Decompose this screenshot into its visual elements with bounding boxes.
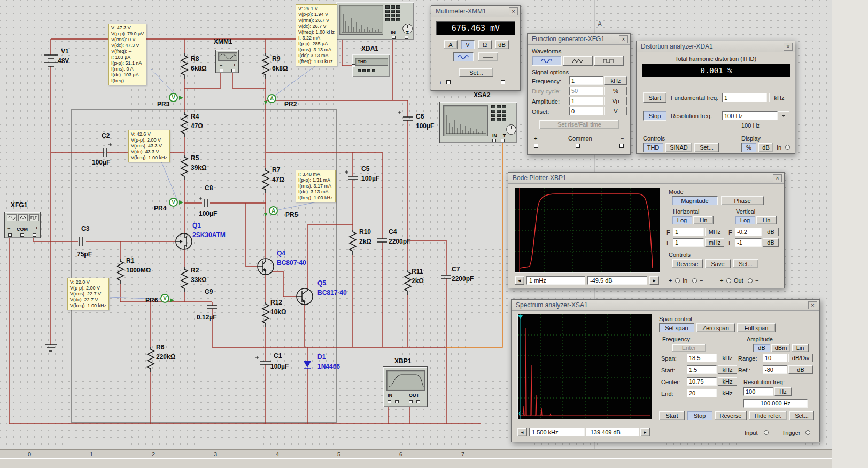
close-icon[interactable]: × bbox=[509, 7, 518, 15]
bode-titlebar[interactable]: Bode Plotter-XBP1 × bbox=[508, 173, 784, 184]
out-minus-terminal[interactable] bbox=[416, 400, 420, 403]
component-ref-C9[interactable]: C9 bbox=[205, 288, 213, 295]
bp-reverse-button[interactable]: Reverse bbox=[672, 259, 703, 268]
in-plus-terminal[interactable] bbox=[675, 278, 680, 283]
component-ref-R1[interactable]: R1 bbox=[126, 258, 134, 264]
current-probe-pr2[interactable]: A bbox=[267, 94, 276, 103]
bp-hi-input[interactable]: 1 bbox=[673, 238, 704, 247]
mm-db-button[interactable]: dB bbox=[495, 40, 509, 49]
mm-ohm-button[interactable]: Ω bbox=[478, 40, 492, 49]
ground-symbol[interactable] bbox=[45, 345, 57, 351]
component-val-R9[interactable]: 6k8Ω bbox=[272, 65, 288, 72]
da-set-button[interactable]: Set... bbox=[694, 143, 719, 152]
voltage-probe-pr3[interactable]: V bbox=[169, 93, 178, 102]
component-ref-D1[interactable]: D1 bbox=[317, 354, 326, 360]
resistor-symbol-R5[interactable] bbox=[181, 155, 188, 180]
component-val-R2[interactable]: 33kΩ bbox=[191, 277, 207, 283]
bp-cursor-left-button[interactable]: ◄ bbox=[515, 276, 524, 285]
component-ref-R5[interactable]: R5 bbox=[191, 155, 199, 161]
component-ref-R9[interactable]: R9 bbox=[272, 56, 280, 62]
mm-volt-button[interactable]: V bbox=[461, 40, 475, 49]
component-val-C9[interactable]: 0.12µF bbox=[197, 314, 217, 321]
minus-terminal[interactable] bbox=[8, 233, 12, 237]
mm-ac-button[interactable] bbox=[453, 52, 474, 61]
sa-reverse-button[interactable]: Reverse bbox=[715, 411, 747, 420]
component-val-R10[interactable]: 2kΩ bbox=[359, 238, 371, 245]
in-terminal[interactable] bbox=[392, 36, 396, 39]
span-input[interactable]: 18.5 bbox=[687, 354, 717, 362]
component-ref-R6[interactable]: R6 bbox=[156, 344, 164, 350]
fg-triangle-button[interactable] bbox=[563, 56, 593, 66]
ref-input[interactable]: -80 bbox=[763, 365, 787, 374]
function-generator-icon-xfg1[interactable]: − COM + bbox=[4, 212, 41, 238]
component-ref-R8[interactable]: R8 bbox=[191, 56, 199, 62]
component-ref-R4[interactable]: R4 bbox=[191, 113, 199, 120]
bode-plotter-window[interactable]: Bode Plotter-XBP1 × Mode Magnitude Phase… bbox=[508, 172, 785, 288]
resistor-symbol-R7[interactable] bbox=[262, 168, 269, 193]
close-icon[interactable]: × bbox=[773, 174, 782, 182]
component-ref-Q4[interactable]: Q4 bbox=[277, 250, 285, 256]
component-val-Q5[interactable]: BC817-40 bbox=[317, 290, 347, 296]
plus-terminal[interactable] bbox=[231, 69, 235, 72]
bp-phase-button[interactable]: Phase bbox=[721, 196, 764, 205]
function-generator-window[interactable]: Function generator-XFG1 × Waveforms Sign… bbox=[527, 33, 631, 155]
spectrum-analyzer-icon-xsa2[interactable]: IN T bbox=[439, 102, 517, 143]
component-val-R11[interactable]: 2kΩ bbox=[412, 278, 424, 284]
bp-hf-input[interactable]: 1 bbox=[673, 228, 704, 236]
da-stop-button[interactable]: Stop bbox=[643, 111, 666, 121]
sa-cursor-right-button[interactable]: ► bbox=[640, 428, 650, 436]
component-val-R7[interactable]: 47Ω bbox=[272, 176, 284, 183]
component-ref-C7[interactable]: C7 bbox=[452, 266, 460, 272]
close-icon[interactable]: × bbox=[619, 35, 628, 43]
offset-input[interactable]: 0 bbox=[569, 107, 603, 115]
out-plus-terminal[interactable] bbox=[726, 278, 731, 283]
multimeter-titlebar[interactable]: Multimeter-XMM1 × bbox=[431, 6, 520, 17]
mm-set-button[interactable]: Set... bbox=[459, 68, 493, 77]
component-ref-C8[interactable]: C8 bbox=[205, 185, 213, 191]
frequency-input[interactable]: 1 bbox=[569, 76, 603, 85]
diode-symbol-D1[interactable] bbox=[304, 361, 311, 369]
component-val-C2[interactable]: 100µF bbox=[92, 159, 110, 166]
component-ref-R2[interactable]: R2 bbox=[191, 267, 199, 274]
sa-set-span-button[interactable]: Set span bbox=[659, 323, 694, 332]
component-ref-R11[interactable]: R11 bbox=[412, 268, 423, 275]
sa-set-button[interactable]: Set... bbox=[789, 411, 814, 420]
mm-ampere-button[interactable]: A bbox=[444, 40, 458, 49]
sa-dbm-button[interactable]: dBm bbox=[771, 344, 790, 352]
minus-terminal[interactable] bbox=[220, 69, 223, 72]
resistor-symbol-R4[interactable] bbox=[181, 112, 188, 137]
amplitude-input[interactable]: 1 bbox=[569, 97, 603, 105]
plus-terminal[interactable] bbox=[446, 80, 451, 84]
icon-label-xsa2[interactable]: XSA2 bbox=[474, 92, 490, 98]
sa-full-span-button[interactable]: Full span bbox=[737, 323, 776, 332]
component-ref-C4[interactable]: C4 bbox=[389, 229, 397, 235]
resolution-freq-combobox[interactable]: 100 Hz bbox=[722, 111, 778, 120]
resistor-symbol-R10[interactable] bbox=[350, 230, 356, 255]
bp-set-button[interactable]: Set... bbox=[733, 259, 758, 268]
sa-zero-span-button[interactable]: Zero span bbox=[696, 323, 735, 332]
icon-label-xmm1[interactable]: XMM1 bbox=[214, 38, 232, 45]
da-sinad-button[interactable]: SINAD bbox=[665, 143, 692, 152]
component-val-R4[interactable]: 47Ω bbox=[191, 123, 203, 129]
spectrum-analyzer-icon-top[interactable]: IN T bbox=[336, 2, 414, 40]
com-terminal[interactable] bbox=[20, 233, 24, 237]
bp-horizontal-log-button[interactable]: Log bbox=[672, 216, 692, 224]
close-icon[interactable]: × bbox=[784, 43, 793, 51]
plus-terminal[interactable] bbox=[534, 144, 538, 148]
component-val-C5[interactable]: 100µF bbox=[361, 175, 379, 182]
resistor-symbol-R6[interactable] bbox=[148, 347, 154, 372]
component-ref-C2[interactable]: C2 bbox=[102, 132, 110, 139]
in-minus-terminal[interactable] bbox=[395, 400, 399, 403]
battery-symbol-V1[interactable] bbox=[44, 55, 58, 66]
component-val-V1[interactable]: 48V bbox=[58, 58, 69, 64]
in-terminal[interactable] bbox=[492, 139, 496, 142]
sa-stop-button[interactable]: Stop bbox=[687, 411, 712, 420]
component-ref-C1[interactable]: C1 bbox=[274, 353, 282, 359]
component-ref-C6[interactable]: C6 bbox=[416, 113, 424, 120]
bp-vertical-log-button[interactable]: Log bbox=[735, 216, 755, 224]
probe-label-pr3[interactable]: PR3 bbox=[157, 101, 169, 107]
common-terminal[interactable] bbox=[576, 144, 580, 148]
close-icon[interactable]: × bbox=[808, 301, 817, 309]
bp-vf-input[interactable]: -0.2 bbox=[735, 228, 762, 236]
component-val-C4[interactable]: 2200pF bbox=[389, 238, 410, 245]
